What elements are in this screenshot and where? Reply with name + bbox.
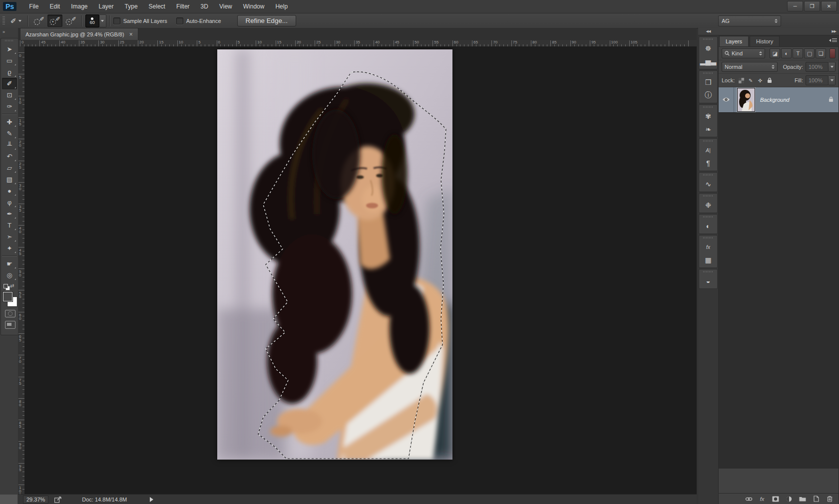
- hand-tool[interactable]: ☛: [2, 258, 17, 269]
- new-layer-icon[interactable]: [812, 495, 820, 503]
- lock-transparency-icon[interactable]: [737, 77, 745, 84]
- brush-tool[interactable]: ✎: [2, 128, 17, 139]
- add-to-selection-button[interactable]: +✐: [47, 14, 62, 27]
- path-selection-tool[interactable]: ➣: [2, 231, 17, 243]
- channels-panel-icon[interactable]: ▦: [699, 253, 717, 266]
- layer-visibility-toggle[interactable]: [719, 87, 734, 112]
- filter-shape-icon[interactable]: ▢: [804, 48, 815, 58]
- layer-thumbnail[interactable]: [737, 88, 755, 112]
- expand-panels-icon[interactable]: ◀◀: [698, 28, 718, 35]
- clone-stamp-tool[interactable]: ╨: [2, 139, 17, 151]
- swatches-panel-icon[interactable]: ❉: [699, 199, 717, 212]
- brush-panel-icon[interactable]: ❧: [699, 123, 717, 136]
- photo-document[interactable]: [217, 49, 452, 460]
- brush-presets-icon[interactable]: ✾: [699, 110, 717, 123]
- subtract-from-selection-button[interactable]: −✐: [63, 14, 78, 27]
- history-brush-tool[interactable]: ↶: [2, 151, 17, 162]
- crop-tool[interactable]: ⊡: [2, 89, 17, 101]
- layer-name[interactable]: Background: [760, 97, 790, 103]
- tab-history[interactable]: History: [750, 36, 780, 46]
- chevron-down-icon[interactable]: [829, 62, 836, 72]
- quick-selection-tool[interactable]: ✐: [2, 78, 17, 89]
- lasso-tool[interactable]: ϱ: [2, 66, 17, 78]
- lock-pixels-icon[interactable]: ✎: [747, 77, 755, 84]
- zoom-tool[interactable]: ◎: [2, 269, 17, 281]
- filter-smart-object-icon[interactable]: ❏: [816, 48, 826, 58]
- dodge-tool[interactable]: φ: [2, 197, 17, 208]
- eraser-tool[interactable]: ▱: [2, 162, 17, 174]
- workspace-switcher[interactable]: AG: [718, 15, 781, 26]
- menu-3d[interactable]: 3D: [195, 1, 214, 12]
- adjustments-panel-icon[interactable]: ◐: [699, 220, 717, 233]
- 3d-panel-icon[interactable]: ❒: [699, 76, 717, 89]
- histogram-icon[interactable]: ▂▅▃: [699, 55, 717, 68]
- restore-button[interactable]: ❐: [804, 1, 820, 11]
- fill-control[interactable]: 100%: [806, 75, 836, 85]
- move-tool[interactable]: ➤: [2, 43, 17, 55]
- minimize-button[interactable]: ─: [787, 1, 803, 11]
- panel-menu-icon[interactable]: [829, 38, 837, 43]
- refine-edge-button[interactable]: Refine Edge...: [237, 15, 296, 26]
- spot-healing-brush-tool[interactable]: ✚: [2, 116, 17, 128]
- new-group-icon[interactable]: [799, 495, 807, 503]
- collapse-tools-icon[interactable]: »: [2, 29, 4, 34]
- menu-help[interactable]: Help: [270, 1, 293, 12]
- filter-image-icon[interactable]: ◪: [770, 48, 780, 58]
- canvas[interactable]: [24, 46, 697, 494]
- delete-layer-icon[interactable]: [826, 495, 834, 503]
- new-selection-button[interactable]: ✐: [31, 14, 46, 27]
- status-options-arrow-icon[interactable]: [150, 497, 153, 502]
- close-tab-icon[interactable]: ×: [129, 31, 133, 38]
- auto-enhance-checkbox[interactable]: [176, 17, 183, 24]
- menu-type[interactable]: Type: [119, 1, 143, 12]
- adjustment-layer-icon[interactable]: [785, 495, 793, 503]
- custom-shape-tool[interactable]: ✦: [2, 243, 17, 254]
- pen-tool[interactable]: ✒: [2, 208, 17, 220]
- rectangular-marquee-tool[interactable]: ▭: [2, 55, 17, 66]
- menu-file[interactable]: File: [23, 1, 44, 12]
- foreground-color-swatch[interactable]: [3, 292, 12, 301]
- filter-type-icon[interactable]: T: [793, 48, 803, 58]
- default-colors-icon[interactable]: [3, 284, 10, 291]
- opacity-control[interactable]: 100%: [806, 62, 836, 72]
- styles-panel-icon[interactable]: fx: [699, 241, 717, 253]
- share-export-icon[interactable]: [54, 497, 62, 503]
- menu-edit[interactable]: Edit: [44, 1, 65, 12]
- brush-dropdown-button[interactable]: [99, 14, 106, 27]
- menu-select[interactable]: Select: [143, 1, 171, 12]
- document-tab[interactable]: Azarshan Graphic.jpg @ 29.4% (RGB/8) ×: [20, 28, 138, 40]
- quick-mask-button[interactable]: [5, 310, 15, 317]
- chevron-down-icon[interactable]: [829, 75, 836, 85]
- add-mask-icon[interactable]: [772, 495, 780, 503]
- collapse-panels-icon[interactable]: ▶▶: [832, 29, 836, 33]
- paragraph-panel-icon[interactable]: ¶: [699, 157, 717, 170]
- blur-tool[interactable]: ●: [2, 185, 17, 197]
- zoom-level-field[interactable]: 29.37%: [23, 496, 48, 504]
- character-panel-icon[interactable]: A|: [699, 144, 717, 157]
- brush-size-picker[interactable]: 60: [85, 14, 106, 27]
- menu-window[interactable]: Window: [238, 1, 270, 12]
- lock-all-icon[interactable]: [766, 77, 774, 84]
- materials-panel-icon[interactable]: ◒: [699, 274, 717, 287]
- menu-layer[interactable]: Layer: [93, 1, 119, 12]
- kind-filter-dropdown[interactable]: Kind: [722, 48, 765, 58]
- menu-filter[interactable]: Filter: [171, 1, 195, 12]
- layer-row-background[interactable]: Background: [719, 87, 839, 113]
- link-layers-icon[interactable]: [745, 495, 753, 503]
- info-panel-icon[interactable]: ⓘ: [699, 89, 717, 102]
- screen-mode-button[interactable]: [5, 321, 15, 329]
- paths-panel-icon[interactable]: ∿: [699, 178, 717, 191]
- menu-image[interactable]: Image: [65, 1, 93, 12]
- menu-view[interactable]: View: [214, 1, 238, 12]
- eyedropper-tool[interactable]: ✑: [2, 101, 17, 112]
- tab-layers[interactable]: Layers: [719, 36, 749, 46]
- gradient-tool[interactable]: ▧: [2, 174, 17, 185]
- tool-preset-picker[interactable]: ✐: [7, 16, 24, 26]
- type-tool[interactable]: T: [2, 220, 17, 231]
- filter-adjustment-icon[interactable]: ◐: [781, 48, 792, 58]
- filter-toggle-switch[interactable]: [830, 48, 836, 58]
- swap-colors-icon[interactable]: ⇄: [10, 283, 14, 288]
- close-button[interactable]: ✕: [821, 1, 837, 11]
- blend-mode-dropdown[interactable]: Normal: [722, 62, 778, 72]
- sample-all-layers-checkbox[interactable]: [113, 17, 120, 24]
